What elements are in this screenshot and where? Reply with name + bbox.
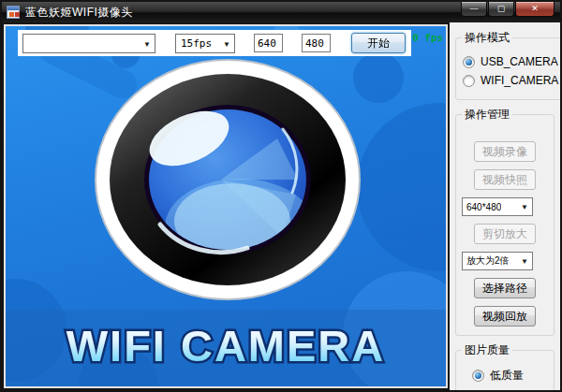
- maximize-button[interactable]: ▢: [488, 2, 514, 17]
- zoom-select[interactable]: 放大为2倍 ▼: [462, 252, 533, 270]
- radio-high-quality-label: 高质量: [490, 389, 524, 390]
- select-path-button[interactable]: 选择路径: [474, 278, 536, 298]
- close-button[interactable]: ✕: [515, 2, 555, 17]
- window-controls: — ▢ ✕: [460, 2, 555, 17]
- radio-wifi-camera-label: WIFI_CAMERA: [481, 74, 558, 87]
- radio-icon: [472, 370, 484, 382]
- zoom-select-value: 放大为2倍: [466, 254, 510, 268]
- resolution-select[interactable]: 640*480 ▼: [462, 197, 533, 216]
- video-playback-button[interactable]: 视频回放: [474, 306, 536, 327]
- minimize-button[interactable]: —: [461, 2, 487, 17]
- chevron-down-icon: ▼: [223, 39, 230, 48]
- resolution-select-value: 640*480: [466, 202, 501, 212]
- radio-usb-camera[interactable]: USB_CAMERA: [463, 55, 558, 68]
- height-input[interactable]: [302, 34, 331, 52]
- radio-icon: [463, 75, 475, 87]
- radio-wifi-camera[interactable]: WIFI_CAMERA: [463, 74, 558, 87]
- video-record-button[interactable]: 视频录像: [474, 141, 536, 162]
- fps-select[interactable]: 15fps ▼: [175, 34, 235, 53]
- quality-group-title: 图片质量: [462, 342, 512, 358]
- video-preview-frame: WIFI CAMERA ▼ 15fps ▼ 开始 0 fp: [2, 22, 450, 390]
- camera-lens-graphic: WIFI CAMERA: [6, 26, 446, 386]
- chevron-down-icon: ▼: [521, 203, 528, 211]
- fps-status: 0 fps: [412, 32, 443, 44]
- fps-select-value: 15fps: [181, 37, 212, 50]
- radio-low-quality-label: 低质量: [490, 368, 524, 384]
- radio-low-quality[interactable]: 低质量: [472, 368, 549, 384]
- width-input[interactable]: [254, 34, 283, 52]
- quality-group: 图片质量 低质量 高质量: [455, 342, 555, 390]
- chevron-down-icon: ▼: [143, 39, 151, 48]
- chevron-down-icon: ▼: [521, 257, 528, 266]
- start-button[interactable]: 开始: [351, 33, 406, 53]
- app-window: 蓝色妖姬WIFI摄像头 — ▢ ✕: [0, 0, 562, 392]
- titlebar: 蓝色妖姬WIFI摄像头 — ▢ ✕: [2, 2, 560, 22]
- radio-high-quality[interactable]: 高质量: [472, 389, 549, 390]
- mode-group: 操作模式 USB_CAMERA WIFI_CAMERA: [455, 30, 560, 100]
- crop-zoom-button[interactable]: 剪切放大: [474, 224, 536, 244]
- device-select[interactable]: ▼: [22, 34, 155, 53]
- control-panel: 操作模式 USB_CAMERA WIFI_CAMERA 操作管理 视频录像 视频…: [450, 22, 560, 390]
- wifi-camera-caption: WIFI CAMERA: [67, 321, 386, 370]
- capture-toolbar: ▼ 15fps ▼ 开始: [18, 30, 411, 56]
- window-title: 蓝色妖姬WIFI摄像头: [25, 5, 133, 21]
- manage-group: 操作管理 视频录像 视频快照 640*480 ▼ 剪切放大 放大为2倍 ▼ 选择…: [455, 107, 555, 336]
- manage-group-title: 操作管理: [462, 107, 512, 123]
- video-preview: WIFI CAMERA ▼ 15fps ▼ 开始 0 fp: [4, 24, 448, 388]
- video-snapshot-button[interactable]: 视频快照: [474, 169, 536, 190]
- app-icon: [7, 6, 20, 19]
- radio-usb-camera-label: USB_CAMERA: [481, 55, 558, 68]
- radio-icon: [463, 56, 475, 68]
- mode-group-title: 操作模式: [462, 30, 512, 46]
